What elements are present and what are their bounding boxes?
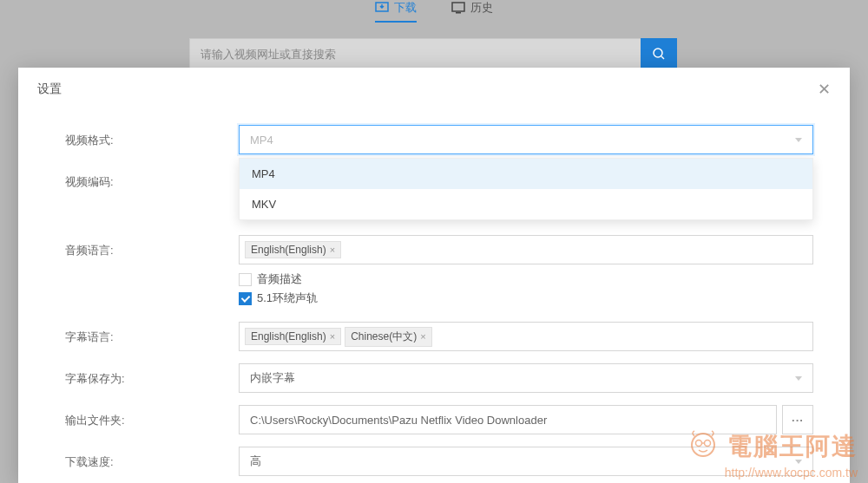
modal-title: 设置 [37, 82, 62, 97]
subtitle-save-as-select[interactable]: 内嵌字幕 [239, 363, 813, 393]
output-folder-input[interactable]: C:\Users\Rocky\Documents\Pazu Netflix Vi… [239, 405, 777, 434]
chevron-down-icon [795, 460, 802, 464]
checkbox-label: 5.1环绕声轨 [257, 290, 318, 306]
label-video-format: 视频格式: [65, 125, 239, 148]
output-folder-value: C:\Users\Rocky\Documents\Pazu Netflix Vi… [250, 414, 547, 427]
tag-remove-icon[interactable]: × [330, 331, 335, 342]
svg-rect-1 [452, 3, 464, 11]
dropdown-option-mp4[interactable]: MP4 [240, 159, 812, 189]
audio-options: 音频描述 5.1环绕声轨 [239, 271, 813, 306]
subtitle-tag-english: English(English) × [245, 328, 341, 345]
checkbox-label: 音频描述 [257, 271, 302, 287]
search-placeholder: 请输入视频网址或直接搜索 [201, 47, 336, 62]
video-format-select[interactable]: MP4 [239, 125, 813, 154]
tab-history-label: 历史 [470, 0, 493, 16]
tag-label: English(English) [251, 330, 326, 343]
dropdown-option-mkv[interactable]: MKV [240, 189, 812, 219]
settings-form: 视频格式: MP4 MP4 MKV 视频编码: 音频语言: [18, 109, 850, 483]
checkbox-icon [239, 292, 252, 305]
download-icon [375, 2, 389, 14]
svg-point-3 [654, 49, 662, 57]
checkbox-audio-description[interactable]: 音频描述 [239, 271, 813, 287]
label-subtitle-language: 字幕语言: [65, 322, 239, 345]
row-subtitle-language: 字幕语言: English(English) × Chinese(中文) × [65, 322, 813, 351]
field-audio-language: English(English) × 音频描述 5.1环绕声轨 [239, 235, 813, 310]
label-audio-language: 音频语言: [65, 235, 239, 258]
field-subtitle-language: English(English) × Chinese(中文) × [239, 322, 813, 351]
close-icon: ✕ [818, 81, 831, 98]
subtitle-language-input[interactable]: English(English) × Chinese(中文) × [239, 322, 813, 351]
background-search-button[interactable] [641, 38, 677, 71]
field-subtitle-save-as: 内嵌字幕 [239, 363, 813, 393]
history-icon [451, 2, 465, 14]
chevron-down-icon [795, 138, 802, 142]
tag-label: English(English) [251, 244, 326, 256]
background-tabs: 下载 历史 [0, 0, 868, 16]
tab-history[interactable]: 历史 [451, 0, 493, 21]
audio-language-input[interactable]: English(English) × [239, 235, 813, 264]
video-format-value: MP4 [250, 134, 273, 147]
field-video-format: MP4 MP4 MKV [239, 125, 813, 154]
label-output-folder: 输出文件夹: [65, 405, 239, 428]
browse-button[interactable]: ··· [782, 405, 813, 434]
audio-tag-english: English(English) × [245, 241, 341, 258]
background-search-input[interactable]: 请输入视频网址或直接搜索 [189, 38, 675, 71]
row-download-speed: 下载速度: 高 [65, 447, 813, 476]
download-speed-value: 高 [250, 454, 261, 469]
label-video-codec: 视频编码: [65, 166, 239, 190]
chevron-down-icon [795, 376, 802, 381]
tab-download[interactable]: 下载 [375, 0, 417, 23]
field-output-folder: C:\Users\Rocky\Documents\Pazu Netflix Vi… [239, 405, 813, 434]
checkbox-icon [239, 273, 252, 286]
tab-download-label: 下载 [394, 0, 417, 16]
video-format-dropdown: MP4 MKV [239, 158, 813, 220]
field-download-speed: 高 [239, 447, 813, 476]
subtitle-save-as-value: 内嵌字幕 [250, 370, 295, 386]
checkbox-surround-51[interactable]: 5.1环绕声轨 [239, 290, 813, 306]
label-subtitle-save-as: 字幕保存为: [65, 363, 239, 387]
search-icon [652, 47, 666, 63]
svg-line-4 [661, 56, 664, 59]
label-download-speed: 下载速度: [65, 447, 239, 470]
download-speed-select[interactable]: 高 [239, 447, 813, 476]
tag-remove-icon[interactable]: × [420, 331, 425, 342]
row-video-format: 视频格式: MP4 MP4 MKV [65, 125, 813, 154]
row-subtitle-save-as: 字幕保存为: 内嵌字幕 [65, 363, 813, 393]
settings-modal: 设置 ✕ 视频格式: MP4 MP4 MKV 视频编码: [18, 68, 850, 483]
svg-rect-2 [456, 12, 461, 14]
tag-label: Chinese(中文) [351, 330, 417, 344]
row-audio-language: 音频语言: English(English) × 音频描述 5.1环绕声轨 [65, 235, 813, 310]
close-button[interactable]: ✕ [818, 80, 831, 99]
modal-header: 设置 ✕ [18, 68, 850, 109]
row-output-folder: 输出文件夹: C:\Users\Rocky\Documents\Pazu Net… [65, 405, 813, 434]
subtitle-tag-chinese: Chinese(中文) × [345, 327, 431, 347]
tag-remove-icon[interactable]: × [330, 245, 335, 255]
